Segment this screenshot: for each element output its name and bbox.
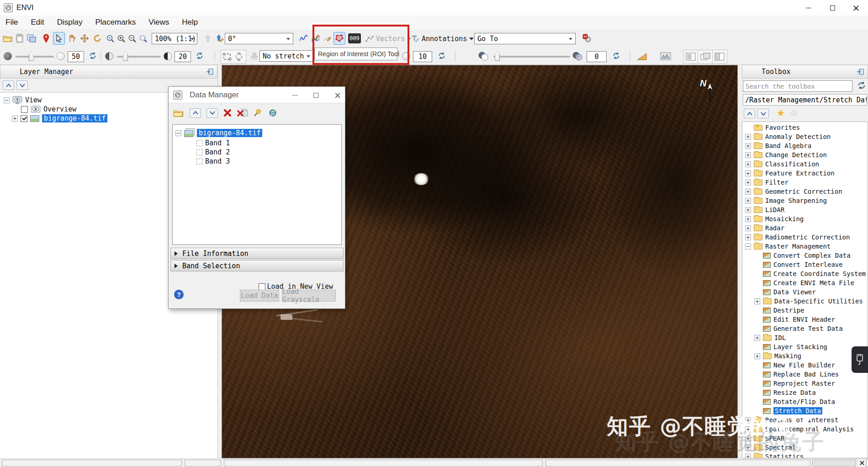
toolbox-tree-item[interactable]: IDL: [742, 333, 868, 342]
expand-icon[interactable]: [745, 216, 751, 222]
toolbox-tree-item[interactable]: Image Sharpening: [742, 196, 868, 205]
close-button[interactable]: ×: [334, 90, 341, 100]
transparency-input[interactable]: [587, 51, 607, 62]
toolbox-tree-item[interactable]: Convert Interleave: [742, 260, 868, 269]
sharpen-input[interactable]: [413, 51, 432, 62]
goto-combo[interactable]: Go To: [474, 33, 576, 44]
toolbox-tree-item[interactable]: Data Viewer: [742, 287, 868, 297]
pin-icon[interactable]: [254, 109, 262, 117]
contrast-reset-icon[interactable]: [194, 49, 206, 62]
band-checkbox[interactable]: [196, 149, 202, 155]
band-selection-section[interactable]: Band Selection: [170, 260, 344, 271]
menu-display[interactable]: Display: [57, 18, 83, 27]
zoom-to-selection-icon[interactable]: [137, 32, 149, 45]
sharpen-reset-icon[interactable]: [436, 49, 448, 62]
single-view-icon[interactable]: [684, 50, 698, 63]
expand-icon[interactable]: [745, 152, 751, 158]
spectral-profile-icon[interactable]: [298, 32, 310, 45]
brightness-input[interactable]: [68, 51, 84, 62]
histogram-stretch-icon[interactable]: [660, 50, 672, 63]
expand-icon[interactable]: [745, 143, 751, 149]
expand-icon[interactable]: [12, 116, 18, 122]
snap-north-icon[interactable]: [202, 32, 214, 45]
collapse-all-button[interactable]: [744, 109, 755, 118]
expand-icon[interactable]: [745, 435, 751, 441]
close-file-icon[interactable]: [223, 109, 232, 117]
toolbox-tree-item[interactable]: Spatiotemporal Analysis: [742, 425, 868, 434]
toolbox-tree-item[interactable]: Raster Management: [742, 242, 868, 251]
toolbox-tree-item[interactable]: Radiometric Correction: [742, 233, 868, 242]
multiple-views-icon[interactable]: [698, 50, 712, 63]
overview-checkbox[interactable]: [21, 106, 28, 113]
arbitrary-profile-icon[interactable]: [322, 32, 333, 45]
toolbox-tree-item[interactable]: Data-Specific Utilities: [742, 297, 868, 306]
toolbox-tree-item[interactable]: Reproject Raster: [742, 379, 868, 388]
expand-icon[interactable]: [745, 161, 751, 167]
toolbox-tree-item[interactable]: Masking: [742, 351, 868, 361]
open-file-icon[interactable]: [173, 109, 184, 117]
menu-file[interactable]: File: [5, 18, 18, 27]
toolbox-tree-item[interactable]: Create ENVI Meta File: [742, 278, 868, 287]
chip-view-icon[interactable]: [26, 32, 37, 45]
toolbox-tree-item[interactable]: Classification: [742, 159, 868, 169]
layer-tree-overview-row[interactable]: Overview: [21, 105, 76, 114]
expand-icon[interactable]: [745, 207, 751, 213]
layer-visibility-checkbox[interactable]: [21, 115, 27, 122]
search-refresh-icon[interactable]: [857, 81, 866, 90]
transparency-slider[interactable]: [493, 56, 570, 58]
band-row[interactable]: Band 1: [196, 138, 230, 148]
toolbox-tree-item[interactable]: LiDAR: [742, 205, 868, 214]
load-data-button[interactable]: Load Data: [240, 290, 279, 302]
toolbox-tree-item[interactable]: New File Builder: [742, 361, 868, 370]
expand-icon[interactable]: [745, 445, 751, 451]
spectral-library-icon[interactable]: [310, 32, 322, 45]
refresh-datasets-icon[interactable]: [267, 108, 277, 118]
toolbox-tree-item[interactable]: Resize Data: [742, 388, 868, 397]
expand-all-button[interactable]: [757, 109, 769, 118]
envi-tasks-icon[interactable]: [581, 32, 593, 45]
pan-hand-icon[interactable]: [66, 32, 78, 45]
roi-tool-icon[interactable]: [333, 32, 345, 45]
layer-tree-view-row[interactable]: View: [4, 96, 42, 105]
collapse-icon[interactable]: [4, 97, 10, 103]
measurement-ruler-icon[interactable]: [636, 50, 648, 63]
split-views-icon[interactable]: [713, 50, 727, 63]
select-cursor-icon[interactable]: [53, 32, 65, 45]
toolbox-tree-item[interactable]: Feature Extraction: [742, 169, 868, 178]
help-icon[interactable]: [174, 290, 184, 299]
toolbox-tree-item[interactable]: Regions of Interest: [742, 415, 868, 425]
toolbox-tree-item[interactable]: Destripe: [742, 306, 868, 315]
data-manager-titlebar[interactable]: Data Manager ×: [169, 87, 345, 103]
band-row[interactable]: Band 2: [196, 148, 230, 157]
open-file-icon[interactable]: [2, 32, 14, 45]
load-grayscale-button[interactable]: Load Grayscale: [282, 290, 336, 302]
zoom-full-extent-icon[interactable]: [104, 32, 116, 45]
dataset-row[interactable]: bigrange-84.tif: [175, 128, 262, 138]
move-layer-down-button[interactable]: [16, 80, 28, 90]
clipboard-icon[interactable]: [14, 32, 26, 45]
remove-favorite-icon[interactable]: ☆: [789, 108, 798, 118]
toolbox-tree-item[interactable]: Replace Bad Lines: [742, 370, 868, 379]
menu-edit[interactable]: Edit: [31, 18, 44, 27]
brightness-slider[interactable]: [16, 56, 54, 58]
expand-icon[interactable]: [745, 225, 751, 231]
expand-icon[interactable]: [745, 189, 751, 195]
undock-panel-icon[interactable]: [206, 69, 213, 75]
toolbox-tree-item[interactable]: Geometric Correction: [742, 187, 868, 196]
toolbox-tree-item[interactable]: Stretch Data: [742, 406, 868, 415]
toolbox-tree-item[interactable]: Filter: [742, 178, 868, 187]
move-down-icon[interactable]: [206, 108, 218, 118]
expand-icon[interactable]: [745, 180, 751, 186]
annotations-button[interactable]: Annotations: [411, 33, 474, 45]
contrast-input[interactable]: [175, 51, 191, 62]
expand-icon[interactable]: [745, 170, 751, 176]
band-checkbox[interactable]: [196, 159, 202, 165]
rotate-to-north-icon[interactable]: [214, 32, 226, 45]
band-checkbox[interactable]: [196, 140, 202, 146]
zoom-in-icon[interactable]: [115, 32, 127, 45]
stretch-combo[interactable]: No stretch: [259, 50, 313, 62]
menu-help[interactable]: Help: [182, 18, 198, 27]
band-row[interactable]: Band 3: [196, 157, 230, 166]
transparency-reset-icon[interactable]: [610, 49, 622, 62]
expand-icon[interactable]: [754, 353, 760, 359]
